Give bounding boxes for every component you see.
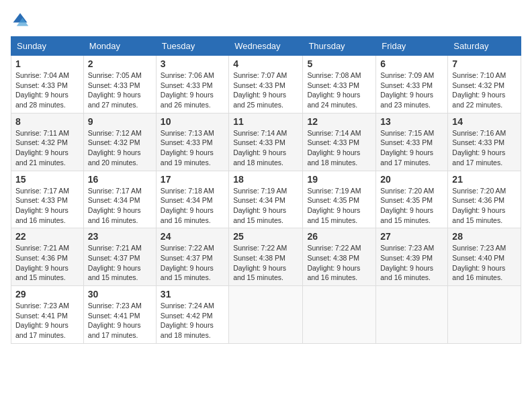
day-info: Sunrise: 7:04 AMSunset: 4:33 PMDaylight:…: [15, 71, 79, 110]
calendar-cell: [303, 286, 376, 344]
calendar-cell: 14Sunrise: 7:16 AMSunset: 4:33 PMDayligh…: [448, 113, 521, 171]
weekday-header: Friday: [376, 37, 448, 56]
calendar-cell: 23Sunrise: 7:21 AMSunset: 4:37 PMDayligh…: [83, 228, 156, 286]
calendar-cell: 29Sunrise: 7:23 AMSunset: 4:41 PMDayligh…: [11, 286, 84, 344]
calendar-cell: 2Sunrise: 7:05 AMSunset: 4:33 PMDaylight…: [83, 56, 156, 113]
day-info: Sunrise: 7:18 AMSunset: 4:34 PMDaylight:…: [161, 186, 224, 226]
day-number: 14: [452, 116, 517, 127]
day-info: Sunrise: 7:23 AMSunset: 4:41 PMDaylight:…: [15, 301, 79, 340]
calendar-cell: [448, 286, 521, 344]
day-info: Sunrise: 7:20 AMSunset: 4:35 PMDaylight:…: [380, 186, 443, 226]
day-number: 23: [88, 231, 152, 242]
day-info: Sunrise: 7:05 AMSunset: 4:33 PMDaylight:…: [88, 71, 152, 110]
page-header: [11, 11, 521, 30]
day-info: Sunrise: 7:19 AMSunset: 4:34 PMDaylight:…: [233, 186, 298, 226]
calendar-cell: [376, 286, 448, 344]
day-number: 20: [380, 174, 443, 185]
calendar-week-row: 8Sunrise: 7:11 AMSunset: 4:32 PMDaylight…: [11, 113, 521, 171]
day-info: Sunrise: 7:19 AMSunset: 4:35 PMDaylight:…: [307, 186, 371, 226]
day-number: 4: [233, 58, 298, 69]
calendar-cell: 19Sunrise: 7:19 AMSunset: 4:35 PMDayligh…: [303, 171, 376, 228]
day-info: Sunrise: 7:23 AMSunset: 4:40 PMDaylight:…: [452, 243, 517, 283]
calendar-cell: 22Sunrise: 7:21 AMSunset: 4:36 PMDayligh…: [11, 228, 84, 286]
calendar-cell: 3Sunrise: 7:06 AMSunset: 4:33 PMDaylight…: [156, 56, 228, 113]
calendar-cell: 8Sunrise: 7:11 AMSunset: 4:32 PMDaylight…: [11, 113, 84, 171]
calendar-cell: 7Sunrise: 7:10 AMSunset: 4:32 PMDaylight…: [448, 56, 521, 113]
day-number: 7: [452, 58, 517, 69]
logo: [11, 11, 32, 30]
day-number: 5: [307, 58, 371, 69]
day-info: Sunrise: 7:17 AMSunset: 4:33 PMDaylight:…: [15, 186, 79, 226]
day-number: 21: [452, 174, 517, 185]
weekday-header: Saturday: [448, 37, 521, 56]
calendar-cell: 20Sunrise: 7:20 AMSunset: 4:35 PMDayligh…: [376, 171, 448, 228]
day-number: 30: [88, 289, 152, 300]
day-info: Sunrise: 7:14 AMSunset: 4:33 PMDaylight:…: [233, 128, 298, 168]
calendar-cell: 25Sunrise: 7:22 AMSunset: 4:38 PMDayligh…: [229, 228, 303, 286]
day-number: 31: [161, 289, 224, 300]
day-number: 27: [380, 231, 443, 242]
day-number: 17: [161, 174, 224, 185]
calendar-cell: 16Sunrise: 7:17 AMSunset: 4:34 PMDayligh…: [83, 171, 156, 228]
day-number: 24: [161, 231, 224, 242]
day-info: Sunrise: 7:16 AMSunset: 4:33 PMDaylight:…: [452, 128, 517, 168]
day-info: Sunrise: 7:12 AMSunset: 4:32 PMDaylight:…: [88, 128, 152, 168]
day-number: 13: [380, 116, 443, 127]
day-number: 10: [161, 116, 224, 127]
weekday-header: Wednesday: [229, 37, 303, 56]
day-number: 18: [233, 174, 298, 185]
day-number: 11: [233, 116, 298, 127]
day-info: Sunrise: 7:24 AMSunset: 4:42 PMDaylight:…: [161, 301, 224, 340]
day-info: Sunrise: 7:15 AMSunset: 4:33 PMDaylight:…: [380, 128, 443, 168]
day-info: Sunrise: 7:22 AMSunset: 4:38 PMDaylight:…: [233, 243, 298, 283]
calendar-cell: [229, 286, 303, 344]
calendar-cell: 28Sunrise: 7:23 AMSunset: 4:40 PMDayligh…: [448, 228, 521, 286]
day-number: 1: [15, 58, 79, 69]
calendar-cell: 4Sunrise: 7:07 AMSunset: 4:33 PMDaylight…: [229, 56, 303, 113]
day-number: 3: [161, 58, 224, 69]
day-number: 9: [88, 116, 152, 127]
weekday-header: Thursday: [303, 37, 376, 56]
day-number: 16: [88, 174, 152, 185]
calendar-cell: 24Sunrise: 7:22 AMSunset: 4:37 PMDayligh…: [156, 228, 228, 286]
calendar-cell: 15Sunrise: 7:17 AMSunset: 4:33 PMDayligh…: [11, 171, 84, 228]
day-number: 12: [307, 116, 371, 127]
calendar-cell: 10Sunrise: 7:13 AMSunset: 4:33 PMDayligh…: [156, 113, 228, 171]
calendar-cell: 9Sunrise: 7:12 AMSunset: 4:32 PMDaylight…: [83, 113, 156, 171]
calendar-week-row: 15Sunrise: 7:17 AMSunset: 4:33 PMDayligh…: [11, 171, 521, 228]
day-number: 15: [15, 174, 79, 185]
day-number: 28: [452, 231, 517, 242]
calendar-cell: 30Sunrise: 7:23 AMSunset: 4:41 PMDayligh…: [83, 286, 156, 344]
calendar-week-row: 1Sunrise: 7:04 AMSunset: 4:33 PMDaylight…: [11, 56, 521, 113]
day-number: 8: [15, 116, 79, 127]
day-info: Sunrise: 7:11 AMSunset: 4:32 PMDaylight:…: [15, 128, 79, 168]
day-number: 29: [15, 289, 79, 300]
calendar-table: SundayMondayTuesdayWednesdayThursdayFrid…: [11, 36, 521, 344]
day-info: Sunrise: 7:14 AMSunset: 4:33 PMDaylight:…: [307, 128, 371, 168]
weekday-header: Monday: [83, 37, 156, 56]
calendar-week-row: 22Sunrise: 7:21 AMSunset: 4:36 PMDayligh…: [11, 228, 521, 286]
calendar-cell: 1Sunrise: 7:04 AMSunset: 4:33 PMDaylight…: [11, 56, 84, 113]
day-info: Sunrise: 7:13 AMSunset: 4:33 PMDaylight:…: [161, 128, 224, 168]
calendar-cell: 21Sunrise: 7:20 AMSunset: 4:36 PMDayligh…: [448, 171, 521, 228]
calendar-cell: 11Sunrise: 7:14 AMSunset: 4:33 PMDayligh…: [229, 113, 303, 171]
day-info: Sunrise: 7:20 AMSunset: 4:36 PMDaylight:…: [452, 186, 517, 226]
day-number: 6: [380, 58, 443, 69]
logo-icon: [11, 11, 30, 30]
day-info: Sunrise: 7:10 AMSunset: 4:32 PMDaylight:…: [452, 71, 517, 110]
day-info: Sunrise: 7:09 AMSunset: 4:33 PMDaylight:…: [380, 71, 443, 110]
calendar-cell: 5Sunrise: 7:08 AMSunset: 4:33 PMDaylight…: [303, 56, 376, 113]
calendar-cell: 17Sunrise: 7:18 AMSunset: 4:34 PMDayligh…: [156, 171, 228, 228]
calendar-header-row: SundayMondayTuesdayWednesdayThursdayFrid…: [11, 37, 521, 56]
day-number: 25: [233, 231, 298, 242]
calendar-cell: 26Sunrise: 7:22 AMSunset: 4:38 PMDayligh…: [303, 228, 376, 286]
day-info: Sunrise: 7:23 AMSunset: 4:41 PMDaylight:…: [88, 301, 152, 340]
day-info: Sunrise: 7:22 AMSunset: 4:38 PMDaylight:…: [307, 243, 371, 283]
day-info: Sunrise: 7:22 AMSunset: 4:37 PMDaylight:…: [161, 243, 224, 283]
calendar-week-row: 29Sunrise: 7:23 AMSunset: 4:41 PMDayligh…: [11, 286, 521, 344]
day-number: 19: [307, 174, 371, 185]
calendar-cell: 6Sunrise: 7:09 AMSunset: 4:33 PMDaylight…: [376, 56, 448, 113]
day-number: 22: [15, 231, 79, 242]
day-number: 26: [307, 231, 371, 242]
day-info: Sunrise: 7:07 AMSunset: 4:33 PMDaylight:…: [233, 71, 298, 110]
